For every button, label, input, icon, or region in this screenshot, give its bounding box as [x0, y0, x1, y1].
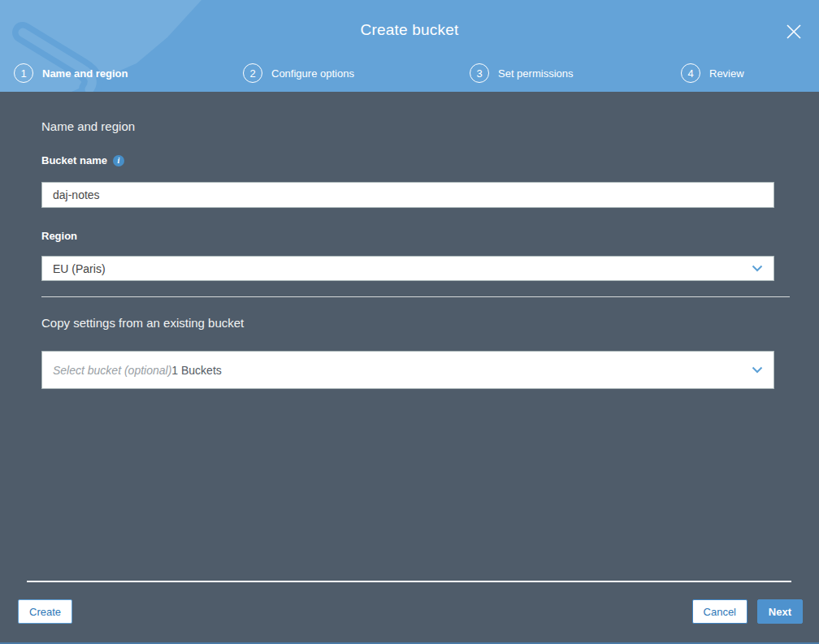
step-number-badge: 1 — [14, 63, 33, 83]
region-label: Region — [41, 230, 77, 242]
bucket-name-input[interactable] — [41, 182, 774, 208]
chevron-down-icon — [752, 366, 763, 374]
step-number-badge: 3 — [470, 63, 489, 83]
step-label: Configure options — [271, 67, 354, 80]
step-label: Name and region — [42, 67, 128, 80]
region-select[interactable]: EU (Paris) — [41, 256, 774, 281]
step-set-permissions[interactable]: 3 Set permissions — [470, 63, 573, 83]
copy-settings-bucket-select[interactable]: Select bucket (optional) 1 Buckets — [41, 351, 774, 389]
copy-settings-heading: Copy settings from an existing bucket — [41, 316, 244, 330]
create-button[interactable]: Create — [18, 599, 72, 624]
step-review[interactable]: 4 Review — [681, 63, 744, 83]
modal-header: Create bucket 1 Name and region 2 Config… — [0, 0, 819, 92]
info-icon[interactable]: i — [113, 155, 124, 166]
chevron-down-icon — [752, 265, 763, 272]
step-number-badge: 4 — [681, 63, 700, 83]
bucket-name-label: Bucket name i — [41, 154, 124, 166]
bucket-select-placeholder: Select bucket (optional) — [53, 364, 171, 377]
step-label: Review — [709, 67, 744, 80]
cancel-button[interactable]: Cancel — [692, 599, 748, 624]
step-label: Set permissions — [498, 67, 573, 80]
modal-body: Name and region Bucket name i Region EU … — [0, 92, 819, 644]
region-selected-value: EU (Paris) — [53, 262, 106, 275]
bucket-name-label-text: Bucket name — [41, 154, 107, 166]
step-indicator: 1 Name and region 2 Configure options 3 … — [0, 63, 819, 84]
modal-title: Create bucket — [0, 21, 819, 39]
footer-divider — [27, 581, 791, 582]
bucket-count-text: 1 Buckets — [171, 364, 221, 377]
region-label-text: Region — [41, 230, 77, 242]
section-heading-name-region: Name and region — [41, 119, 135, 133]
next-button[interactable]: Next — [757, 599, 803, 624]
section-divider — [41, 296, 790, 297]
step-name-and-region[interactable]: 1 Name and region — [14, 63, 128, 83]
close-icon[interactable] — [782, 19, 806, 44]
step-number-badge: 2 — [243, 63, 262, 83]
step-configure-options[interactable]: 2 Configure options — [243, 63, 354, 83]
